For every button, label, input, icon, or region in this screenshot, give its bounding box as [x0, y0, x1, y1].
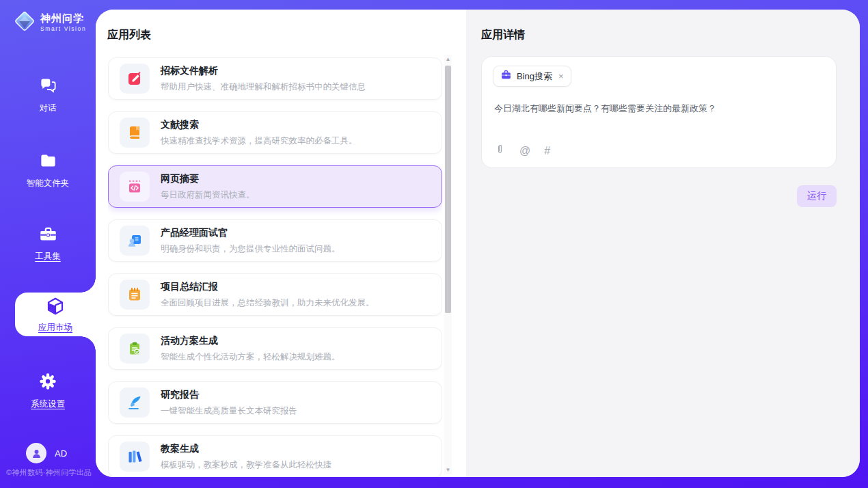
app-card-literature-search[interactable]: 文献搜索 快速精准查找学术资源，提高研究效率的必备工具。	[108, 111, 442, 154]
scrollbar-thumb[interactable]	[445, 66, 451, 313]
sidebar-item-chat[interactable]: 对话	[0, 77, 96, 114]
pm-interviewer-icon	[120, 226, 150, 256]
app-detail-panel: 应用详情 Bing搜索 × 今日湖北有哪些新闻要点？有哪些需要关注的最新政策？	[466, 10, 860, 477]
project-summary-icon	[120, 280, 150, 310]
sidebar: 神州问学 Smart Vision 对话 智能文件夹	[0, 0, 96, 488]
event-plan-icon	[120, 334, 150, 364]
active-tab-curve-top	[81, 277, 96, 293]
tender-parse-icon	[120, 64, 150, 94]
app-card-desc: 快速精准查找学术资源，提高研究效率的必备工具。	[161, 135, 357, 147]
app-detail-title: 应用详情	[481, 28, 525, 42]
folder-icon	[39, 152, 57, 173]
app-card-title: 活动方案生成	[161, 335, 340, 347]
diamond-logo-icon	[14, 10, 36, 35]
app-card-research-report[interactable]: 研究报告 一键智能生成高质量长文本研究报告	[108, 381, 442, 424]
toolbox-icon	[39, 225, 57, 246]
sidebar-item-label: 应用市场	[38, 322, 72, 334]
copyright-text: ©神州数码·神州问学出品	[6, 467, 96, 478]
scroll-up-icon[interactable]: ▲	[444, 55, 452, 64]
mention-icon[interactable]: @	[519, 145, 530, 157]
app-card-title: 项目总结汇报	[161, 281, 375, 293]
attachment-icon[interactable]	[494, 144, 506, 158]
query-input[interactable]: 今日湖北有哪些新闻要点？有哪些需要关注的最新政策？	[494, 102, 822, 116]
chat-icon	[39, 77, 57, 98]
sidebar-item-label: 智能文件夹	[27, 178, 70, 189]
research-report-icon	[120, 388, 150, 418]
run-button[interactable]: 运行	[797, 185, 837, 207]
app-list-title: 应用列表	[107, 28, 151, 42]
gear-icon	[38, 372, 57, 394]
app-card-project-summary[interactable]: 项目总结汇报 全面回顾项目进展，总结经验教训，助力未来优化发展。	[108, 273, 442, 316]
app-card-web-summary[interactable]: 网页摘要 每日政府新闻资讯快查。	[108, 165, 442, 208]
app-card-title: 文献搜索	[161, 119, 357, 131]
app-card-desc: 全面回顾项目进展，总结经验教训，助力未来优化发展。	[161, 297, 375, 309]
scroll-down-icon[interactable]: ▼	[444, 465, 452, 474]
composer-card: Bing搜索 × 今日湖北有哪些新闻要点？有哪些需要关注的最新政策？ @ #	[481, 56, 837, 168]
literature-search-icon	[120, 118, 150, 148]
brand-logo: 神州问学 Smart Vision	[14, 10, 86, 35]
app-card-desc: 帮助用户快速、准确地理解和解析招标书中的关键信息	[161, 81, 366, 93]
scrollbar[interactable]: ▲ ▼	[444, 55, 452, 474]
app-card-tender-parse[interactable]: 招标文件解析 帮助用户快速、准确地理解和解析招标书中的关键信息	[108, 57, 442, 100]
app-card-title: 网页摘要	[161, 173, 255, 185]
app-card-desc: 模板驱动，教案秒成，教学准备从此轻松快捷	[161, 459, 331, 471]
hash-icon[interactable]: #	[544, 145, 550, 157]
avatar	[26, 443, 46, 463]
user-account[interactable]: AD	[26, 443, 67, 463]
tool-tag-label: Bing搜索	[517, 70, 552, 83]
sidebar-item-label: 工具集	[35, 251, 61, 262]
tag-close-icon[interactable]: ×	[558, 71, 564, 81]
sidebar-item-label: 系统设置	[31, 398, 65, 410]
app-card-title: 招标文件解析	[161, 65, 366, 77]
cube-icon	[45, 296, 66, 319]
tool-tag-bing-search[interactable]: Bing搜索 ×	[493, 66, 571, 87]
lesson-plan-icon	[120, 442, 150, 472]
app-card-desc: 一键智能生成高质量长文本研究报告	[161, 405, 297, 417]
sidebar-item-app-market[interactable]: 应用市场	[15, 293, 96, 336]
app-card-lesson-plan[interactable]: 教案生成 模板驱动，教案秒成，教学准备从此轻松快捷	[108, 435, 442, 477]
app-card-desc: 智能生成个性化活动方案，轻松解决规划难题。	[161, 351, 340, 363]
app-card-desc: 明确身份和职责，为您提供专业性的面试问题。	[161, 243, 340, 255]
web-summary-icon	[120, 172, 150, 202]
user-initials: AD	[55, 448, 67, 459]
sidebar-item-settings[interactable]: 系统设置	[0, 372, 96, 410]
app-card-pm-interviewer[interactable]: 产品经理面试官 明确身份和职责，为您提供专业性的面试问题。	[108, 219, 442, 262]
app-card-title: 研究报告	[161, 389, 297, 401]
brand-subtitle: Smart Vision	[40, 26, 86, 32]
app-card-title: 教案生成	[161, 443, 331, 455]
app-card-desc: 每日政府新闻资讯快查。	[161, 189, 255, 201]
app-list: 招标文件解析 帮助用户快速、准确地理解和解析招标书中的关键信息 文献搜索 快速精…	[108, 57, 442, 477]
app-card-title: 产品经理面试官	[161, 227, 340, 239]
composer-toolbar: @ #	[494, 144, 550, 158]
app-list-panel: 应用列表 招标文件解析 帮助用户快速、准确地理解和解析招标书中的关键信息	[96, 10, 466, 477]
active-tab-curve-bottom	[81, 336, 96, 351]
sidebar-item-smart-folder[interactable]: 智能文件夹	[0, 152, 96, 189]
app-card-event-plan[interactable]: 活动方案生成 智能生成个性化活动方案，轻松解决规划难题。	[108, 327, 442, 370]
briefcase-icon	[500, 69, 512, 83]
brand-name: 神州问学	[40, 13, 86, 24]
main-content: 应用列表 招标文件解析 帮助用户快速、准确地理解和解析招标书中的关键信息	[96, 10, 860, 477]
sidebar-item-toolset[interactable]: 工具集	[0, 225, 96, 262]
sidebar-item-label: 对话	[40, 103, 57, 114]
